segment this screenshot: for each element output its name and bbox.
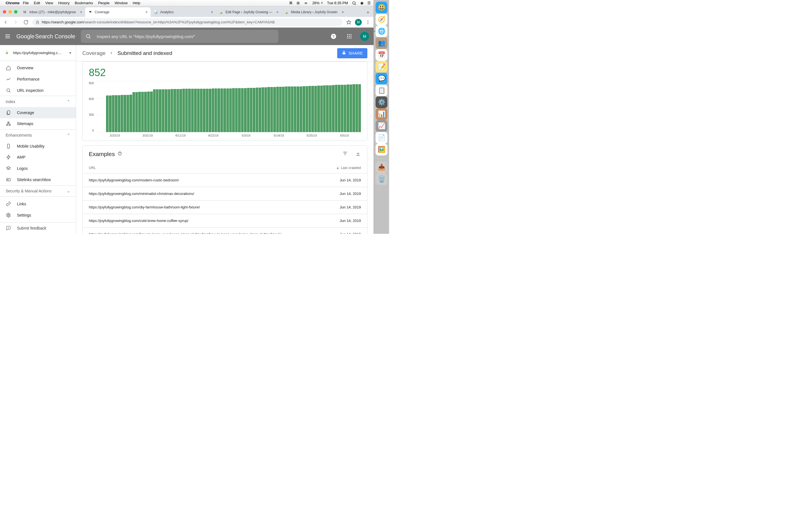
chart-bar[interactable] <box>350 84 352 132</box>
chart-bar[interactable] <box>185 89 188 132</box>
chart-bar[interactable] <box>170 89 173 132</box>
wifi-icon[interactable] <box>304 1 308 5</box>
tab-close-button[interactable]: × <box>146 10 148 14</box>
chart-bar[interactable] <box>156 89 158 132</box>
new-tab-button[interactable]: ＋ <box>364 8 372 16</box>
chart-bar[interactable] <box>285 87 288 132</box>
menubar-dropbox-icon[interactable]: ⊞ <box>297 1 300 5</box>
chart-bar[interactable] <box>188 89 191 132</box>
chart-bar[interactable] <box>217 89 220 132</box>
chart-bar[interactable] <box>358 84 361 132</box>
chart-bar[interactable] <box>256 88 258 132</box>
chart-bar[interactable] <box>135 92 138 132</box>
chart-bar[interactable] <box>141 92 144 132</box>
chart-bar[interactable] <box>106 96 109 132</box>
chart-bar[interactable] <box>115 95 117 132</box>
chart-bar[interactable] <box>197 89 200 132</box>
chart-bar[interactable] <box>214 89 217 132</box>
chart-bar[interactable] <box>317 86 320 132</box>
menubar-item[interactable]: Bookmarks <box>75 1 93 5</box>
chart-bar[interactable] <box>352 84 355 132</box>
chart-bar[interactable] <box>133 92 135 132</box>
dock-calendar-icon[interactable]: 📅 <box>375 49 388 61</box>
dock-pages-icon[interactable]: 📄 <box>375 132 388 144</box>
sidebar-item-submit-feedback[interactable]: Submit feedback <box>0 223 76 234</box>
table-row[interactable]: https://joyfullygrowingblog.com/modern-r… <box>83 173 367 187</box>
chart-bar[interactable] <box>306 86 308 132</box>
chart-bar[interactable] <box>162 89 164 132</box>
sidebar-item-logos[interactable]: Logos <box>0 163 76 174</box>
sidebar-section-security[interactable]: Security & Manual Actions ⌄ <box>0 185 76 196</box>
tab-close-button[interactable]: × <box>80 10 82 14</box>
menubar-app[interactable]: Chrome <box>6 1 19 5</box>
sidebar-item-sitelinks[interactable]: Sitelinks searchbox <box>0 174 76 185</box>
menubar-item[interactable]: History <box>58 1 69 5</box>
menubar-item[interactable]: Window <box>114 1 128 5</box>
chart-bar[interactable] <box>121 95 123 132</box>
sidebar-item-url-inspection[interactable]: URL inspection <box>0 85 76 96</box>
chart-bar[interactable] <box>235 88 238 132</box>
menubar-battery[interactable]: 26% ⚡︎ <box>312 1 323 5</box>
chart-bar[interactable] <box>226 89 229 132</box>
chart-bar[interactable] <box>356 84 358 132</box>
reload-button[interactable] <box>22 18 30 26</box>
menubar-item[interactable]: People <box>98 1 109 5</box>
chart-bar[interactable] <box>326 86 328 132</box>
chart-bar[interactable] <box>229 89 232 132</box>
chart-bar[interactable] <box>168 89 170 132</box>
download-icon[interactable] <box>355 151 361 158</box>
chart-bar[interactable] <box>253 88 255 132</box>
property-selector[interactable]: 🍃 https://joyfullygrowingblog.c… ▾ <box>0 45 76 61</box>
chart-bar[interactable] <box>220 89 223 132</box>
chart-bar[interactable] <box>250 88 252 132</box>
chart-bar[interactable] <box>165 89 167 132</box>
browser-tab[interactable]: M Inbox (27) - mike@joyfullygrow × <box>20 7 85 17</box>
chart-bar[interactable] <box>118 95 120 132</box>
sidebar-item-overview[interactable]: Overview <box>0 62 76 73</box>
chart-bar[interactable] <box>314 86 317 132</box>
menubar-cc-icon[interactable]: ⌘ <box>289 1 293 5</box>
sidebar-item-performance[interactable]: Performance <box>0 73 76 85</box>
chart-bar[interactable] <box>288 87 290 132</box>
menubar-item[interactable]: Help <box>133 1 140 5</box>
sidebar-item-coverage[interactable]: Coverage <box>0 107 76 118</box>
forward-button[interactable] <box>12 18 20 26</box>
chart-bar[interactable] <box>341 85 343 132</box>
hamburger-menu-button[interactable] <box>4 33 11 40</box>
chart-bar[interactable] <box>150 92 153 132</box>
table-row[interactable]: https://joyfullygrowingblog.com/minimali… <box>83 187 367 201</box>
chart-bar[interactable] <box>311 86 314 132</box>
table-row[interactable]: https://joyfullygrowingblog.com/how-to-k… <box>83 228 367 234</box>
col-url-header[interactable]: URL <box>89 166 336 170</box>
chart-bar[interactable] <box>191 89 194 132</box>
chart-bar[interactable] <box>244 88 246 132</box>
dock-finder-icon[interactable]: 😃 <box>375 2 388 13</box>
sidebar-item-amp[interactable]: AMP <box>0 152 76 163</box>
chart-bar[interactable] <box>267 87 270 132</box>
chart-bar[interactable] <box>130 95 132 132</box>
chart-bar[interactable] <box>276 87 279 132</box>
share-button[interactable]: SHARE <box>337 48 367 58</box>
table-row[interactable]: https://joyfullygrowingblog.com/diy-farm… <box>83 201 367 214</box>
dock-preview-icon[interactable]: 🖼️ <box>375 144 388 156</box>
browser-tab[interactable]: 📊 Analytics × <box>151 7 216 17</box>
chart-bar[interactable] <box>262 87 264 132</box>
chart-bar[interactable] <box>308 86 311 132</box>
chart-bar[interactable] <box>332 85 335 132</box>
sidebar-item-settings[interactable]: Settings <box>0 210 76 221</box>
dock-safari-icon[interactable]: 🧭 <box>375 13 388 25</box>
chart-bar[interactable] <box>323 86 326 132</box>
sidebar-item-links[interactable]: Links <box>0 198 76 210</box>
chart-bar[interactable] <box>264 87 267 132</box>
zoom-window-button[interactable] <box>14 10 17 13</box>
dock-trash-icon[interactable]: 🗑️ <box>375 173 388 185</box>
chart-bar[interactable] <box>344 85 346 132</box>
address-bar[interactable]: https://search.google.com/search-console… <box>32 18 343 26</box>
dock-numbers-icon[interactable]: 📊 <box>375 108 388 120</box>
chart-bar[interactable] <box>279 87 282 132</box>
bookmark-star-button[interactable] <box>345 18 353 26</box>
chart-bar[interactable] <box>300 87 302 132</box>
dock-settings-icon[interactable]: ⚙️ <box>375 96 388 108</box>
coverage-chart[interactable]: 9006003000 3/20/193/31/194/11/194/22/195… <box>83 78 367 140</box>
chart-bar[interactable] <box>209 89 211 132</box>
